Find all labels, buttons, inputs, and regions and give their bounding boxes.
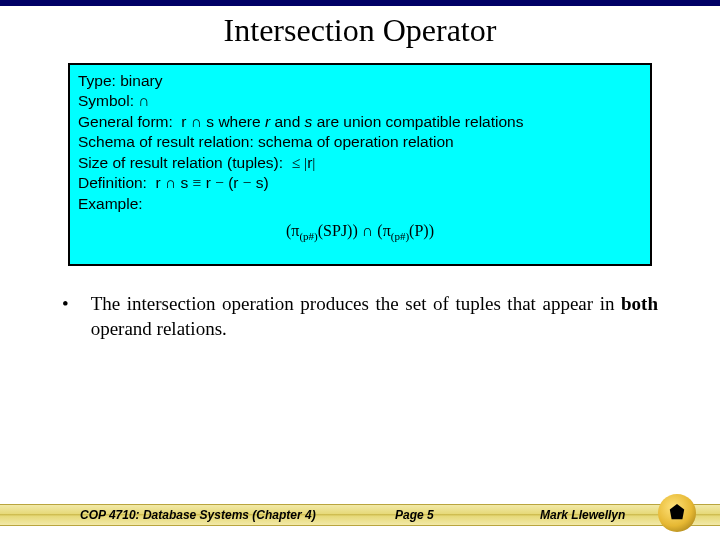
footer-text: COP 4710: Database Systems (Chapter 4) P… [0, 504, 720, 526]
definition-box: Type: binary Symbol: ∩ General form: r ∩… [68, 63, 652, 266]
size-line: Size of result relation (tuples): ≤ |r| [78, 153, 642, 173]
footer: COP 4710: Database Systems (Chapter 4) P… [0, 494, 720, 540]
footer-course: COP 4710: Database Systems (Chapter 4) [80, 508, 316, 522]
example-expression: (π(p#)(SPJ)) ∩ (π(p#)(P)) [78, 220, 642, 244]
bullet-text-post: operand relations. [91, 318, 227, 339]
page-title: Intersection Operator [0, 12, 720, 49]
pegasus-icon [668, 504, 686, 522]
bullet-item: • The intersection operation produces th… [62, 292, 658, 341]
ucf-logo-icon [658, 494, 696, 532]
type-line: Type: binary [78, 71, 642, 91]
symbol-line: Symbol: ∩ [78, 91, 642, 111]
bullet-mark: • [62, 292, 69, 341]
footer-page: Page 5 [395, 508, 434, 522]
schema-line: Schema of result relation: schema of ope… [78, 132, 642, 152]
example-label: Example: [78, 194, 642, 214]
slide: Intersection Operator Type: binary Symbo… [0, 0, 720, 540]
general-form-line: General form: r ∩ s where r and s are un… [78, 112, 642, 132]
bullet-text: The intersection operation produces the … [91, 292, 658, 341]
footer-author: Mark Llewellyn [540, 508, 625, 522]
bullet-text-pre: The intersection operation produces the … [91, 293, 621, 314]
definition-line: Definition: r ∩ s ≡ r − (r − s) [78, 173, 642, 193]
bullet-text-bold: both [621, 293, 658, 314]
